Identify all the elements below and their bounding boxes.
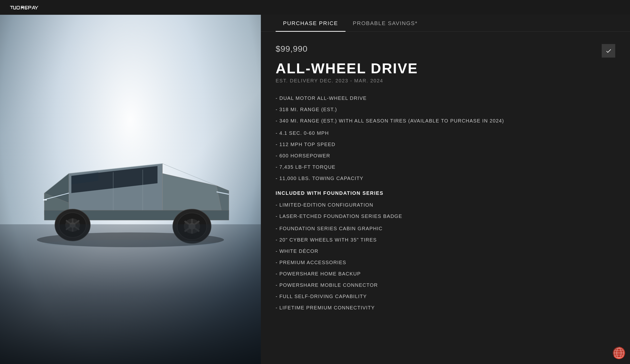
foundation-powershare-home: - POWERSHARE HOME BACKUP xyxy=(276,270,615,277)
tesla-logo[interactable] xyxy=(10,4,40,11)
right-panel: PURCHASE PRICE PROBABLE SAVINGS* $99,990… xyxy=(261,15,630,364)
foundation-accessories: - PREMIUM ACCESSORIES xyxy=(276,259,615,266)
foundation-decor: - WHITE DÉCOR xyxy=(276,248,615,255)
foundation-fsd: - FULL SELF-DRIVING CAPABILITY xyxy=(276,293,615,300)
delivery-estimate: EST. DELIVERY DEC. 2023 - MAR. 2024 xyxy=(276,78,615,84)
spec-towing: - 11,000 LBS. TOWING CAPACITY xyxy=(276,175,615,182)
foundation-cabin-graphic: - FOUNDATION SERIES CABIN GRAPHIC xyxy=(276,225,615,232)
spec-top-speed: - 112 MPH TOP SPEED xyxy=(276,141,615,148)
spec-torque: - 7,435 LB-FT TORQUE xyxy=(276,164,615,170)
svg-marker-1 xyxy=(162,173,222,210)
spec-dual-motor: - DUAL MOTOR ALL-WHEEL DRIVE xyxy=(276,95,615,102)
spec-content[interactable]: $99,990 ALL-WHEEL DRIVE EST. DELIVERY DE… xyxy=(261,32,630,364)
main-content: PURCHASE PRICE PROBABLE SAVINGS* $99,990… xyxy=(0,15,630,364)
tab-purchase-price[interactable]: PURCHASE PRICE xyxy=(276,15,346,32)
spec-acceleration: - 4.1 SEC. 0-60 MPH xyxy=(276,130,615,136)
foundation-powershare-mobile: - POWERSHARE MOBILE CONNECTOR xyxy=(276,282,615,289)
spec-range-all-season: - 340 MI. RANGE (EST.) WITH ALL SEASON T… xyxy=(276,117,615,124)
tab-navigation: PURCHASE PRICE PROBABLE SAVINGS* xyxy=(261,15,630,32)
globe-language-icon[interactable] xyxy=(613,347,625,359)
spec-horsepower: - 600 HORSEPOWER xyxy=(276,152,615,159)
specs-list: - DUAL MOTOR ALL-WHEEL DRIVE - 318 MI. R… xyxy=(276,95,615,182)
globe-svg xyxy=(613,347,625,359)
navbar xyxy=(0,0,630,15)
foundation-list: - LIMITED-EDITION CONFIGURATION - LASER-… xyxy=(276,201,615,311)
foundation-connectivity: - LIFETIME PREMIUM CONNECTIVITY xyxy=(276,304,615,311)
select-button[interactable] xyxy=(602,44,615,57)
vehicle-image-panel xyxy=(0,15,261,364)
vehicle-name: ALL-WHEEL DRIVE xyxy=(276,61,615,75)
price-section: $99,990 xyxy=(276,44,615,57)
floor-reflection xyxy=(0,224,261,364)
tesla-logo-svg xyxy=(10,4,40,11)
checkmark-icon xyxy=(606,48,612,54)
spec-range: - 318 MI. RANGE (EST.) xyxy=(276,106,615,113)
foundation-wheels: - 20" CYBER WHEELS WITH 35" TIRES xyxy=(276,236,615,243)
foundation-limited-edition: - LIMITED-EDITION CONFIGURATION xyxy=(276,201,615,208)
vehicle-price: $99,990 xyxy=(276,44,308,54)
foundation-series-header: INCLUDED WITH FOUNDATION SERIES xyxy=(276,190,615,196)
tab-probable-savings[interactable]: PROBABLE SAVINGS* xyxy=(346,15,425,32)
foundation-badge: - LASER-ETCHED FOUNDATION SERIES BADGE xyxy=(276,213,615,220)
